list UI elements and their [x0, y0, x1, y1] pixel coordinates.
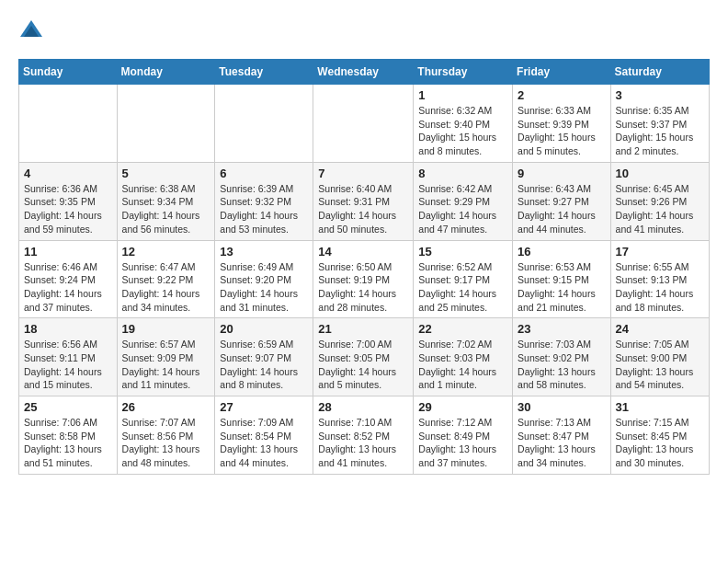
day-info: Sunrise: 6:45 AMSunset: 9:26 PMDaylight:…: [616, 182, 704, 236]
day-info: Sunrise: 7:10 AMSunset: 8:52 PMDaylight:…: [318, 416, 408, 470]
calendar-cell: 11Sunrise: 6:46 AMSunset: 9:24 PMDayligh…: [19, 240, 118, 318]
day-info: Sunrise: 7:09 AMSunset: 8:54 PMDaylight:…: [220, 416, 308, 470]
day-number: 13: [220, 245, 308, 259]
calendar-cell: 8Sunrise: 6:42 AMSunset: 9:29 PMDaylight…: [414, 162, 513, 240]
logo: [18, 18, 48, 44]
day-number: 11: [24, 245, 112, 259]
calendar-cell: 30Sunrise: 7:13 AMSunset: 8:47 PMDayligh…: [513, 396, 611, 475]
calendar-cell: 28Sunrise: 7:10 AMSunset: 8:52 PMDayligh…: [313, 396, 414, 475]
calendar-cell: 24Sunrise: 7:05 AMSunset: 9:00 PMDayligh…: [610, 318, 709, 396]
calendar-cell: 15Sunrise: 6:52 AMSunset: 9:17 PMDayligh…: [414, 240, 513, 318]
day-number: 12: [122, 245, 210, 259]
day-info: Sunrise: 6:53 AMSunset: 9:15 PMDaylight:…: [518, 260, 606, 315]
calendar-cell: [19, 85, 118, 163]
calendar-cell: 5Sunrise: 6:38 AMSunset: 9:34 PMDaylight…: [117, 162, 215, 240]
calendar-cell: [215, 85, 313, 163]
day-info: Sunrise: 6:50 AMSunset: 9:19 PMDaylight:…: [318, 260, 408, 315]
day-info: Sunrise: 7:03 AMSunset: 9:02 PMDaylight:…: [518, 338, 606, 392]
calendar-cell: 29Sunrise: 7:12 AMSunset: 8:49 PMDayligh…: [414, 396, 513, 475]
day-number: 9: [518, 167, 606, 180]
day-info: Sunrise: 6:56 AMSunset: 9:11 PMDaylight:…: [24, 338, 112, 392]
day-info: Sunrise: 7:15 AMSunset: 8:45 PMDaylight:…: [616, 416, 704, 470]
day-info: Sunrise: 6:33 AMSunset: 9:39 PMDaylight:…: [518, 104, 606, 158]
day-number: 17: [616, 245, 704, 259]
calendar-cell: 7Sunrise: 6:40 AMSunset: 9:31 PMDaylight…: [313, 162, 414, 240]
day-number: 6: [220, 167, 308, 180]
day-info: Sunrise: 6:49 AMSunset: 9:20 PMDaylight:…: [220, 260, 308, 315]
day-number: 15: [418, 245, 507, 259]
day-number: 26: [122, 400, 210, 414]
calendar-cell: 16Sunrise: 6:53 AMSunset: 9:15 PMDayligh…: [513, 240, 611, 318]
day-info: Sunrise: 6:36 AMSunset: 9:35 PMDaylight:…: [24, 182, 112, 236]
day-number: 1: [418, 88, 507, 102]
day-info: Sunrise: 6:43 AMSunset: 9:27 PMDaylight:…: [518, 182, 606, 236]
day-number: 28: [318, 400, 408, 414]
calendar-header-saturday: Saturday: [610, 60, 709, 85]
calendar-cell: 21Sunrise: 7:00 AMSunset: 9:05 PMDayligh…: [313, 318, 414, 396]
calendar-cell: 13Sunrise: 6:49 AMSunset: 9:20 PMDayligh…: [215, 240, 313, 318]
day-number: 31: [616, 400, 704, 414]
day-number: 16: [518, 245, 606, 259]
day-number: 3: [616, 88, 704, 102]
day-number: 10: [616, 167, 704, 180]
calendar-cell: 12Sunrise: 6:47 AMSunset: 9:22 PMDayligh…: [117, 240, 215, 318]
day-info: Sunrise: 6:57 AMSunset: 9:09 PMDaylight:…: [122, 338, 210, 392]
day-number: 2: [518, 88, 606, 102]
day-number: 18: [24, 322, 112, 336]
calendar-week-5: 25Sunrise: 7:06 AMSunset: 8:58 PMDayligh…: [19, 396, 710, 475]
day-number: 30: [518, 400, 606, 414]
calendar-cell: 22Sunrise: 7:02 AMSunset: 9:03 PMDayligh…: [414, 318, 513, 396]
calendar-header-monday: Monday: [117, 60, 215, 85]
calendar-cell: [117, 85, 215, 163]
calendar-week-1: 1Sunrise: 6:32 AMSunset: 9:40 PMDaylight…: [19, 85, 710, 163]
day-number: 8: [418, 167, 507, 180]
day-info: Sunrise: 6:39 AMSunset: 9:32 PMDaylight:…: [220, 182, 308, 236]
day-number: 23: [518, 322, 606, 336]
calendar-cell: 9Sunrise: 6:43 AMSunset: 9:27 PMDaylight…: [513, 162, 611, 240]
day-number: 7: [318, 167, 408, 180]
day-number: 24: [616, 322, 704, 336]
day-number: 4: [24, 167, 112, 180]
calendar-header-friday: Friday: [513, 60, 611, 85]
calendar-cell: 17Sunrise: 6:55 AMSunset: 9:13 PMDayligh…: [610, 240, 709, 318]
day-number: 14: [318, 245, 408, 259]
day-number: 22: [418, 322, 507, 336]
day-info: Sunrise: 6:52 AMSunset: 9:17 PMDaylight:…: [418, 260, 507, 315]
day-info: Sunrise: 6:59 AMSunset: 9:07 PMDaylight:…: [220, 338, 308, 392]
logo-icon: [18, 18, 44, 44]
day-number: 5: [122, 167, 210, 180]
calendar-cell: 14Sunrise: 6:50 AMSunset: 9:19 PMDayligh…: [313, 240, 414, 318]
day-info: Sunrise: 6:55 AMSunset: 9:13 PMDaylight:…: [616, 260, 704, 315]
calendar-cell: 20Sunrise: 6:59 AMSunset: 9:07 PMDayligh…: [215, 318, 313, 396]
calendar-cell: 31Sunrise: 7:15 AMSunset: 8:45 PMDayligh…: [610, 396, 709, 475]
day-info: Sunrise: 6:47 AMSunset: 9:22 PMDaylight:…: [122, 260, 210, 315]
day-info: Sunrise: 7:05 AMSunset: 9:00 PMDaylight:…: [616, 338, 704, 392]
calendar-week-4: 18Sunrise: 6:56 AMSunset: 9:11 PMDayligh…: [19, 318, 710, 396]
day-info: Sunrise: 7:12 AMSunset: 8:49 PMDaylight:…: [418, 416, 507, 470]
calendar-cell: 1Sunrise: 6:32 AMSunset: 9:40 PMDaylight…: [414, 85, 513, 163]
calendar-header-row: SundayMondayTuesdayWednesdayThursdayFrid…: [19, 60, 710, 85]
calendar-header-tuesday: Tuesday: [215, 60, 313, 85]
day-info: Sunrise: 7:13 AMSunset: 8:47 PMDaylight:…: [518, 416, 606, 470]
day-number: 21: [318, 322, 408, 336]
calendar-cell: 26Sunrise: 7:07 AMSunset: 8:56 PMDayligh…: [117, 396, 215, 475]
calendar-cell: 3Sunrise: 6:35 AMSunset: 9:37 PMDaylight…: [610, 85, 709, 163]
day-info: Sunrise: 6:38 AMSunset: 9:34 PMDaylight:…: [122, 182, 210, 236]
calendar-cell: 10Sunrise: 6:45 AMSunset: 9:26 PMDayligh…: [610, 162, 709, 240]
page-header: [18, 18, 710, 44]
day-number: 29: [418, 400, 507, 414]
day-info: Sunrise: 7:06 AMSunset: 8:58 PMDaylight:…: [24, 416, 112, 470]
calendar-header-sunday: Sunday: [19, 60, 118, 85]
calendar-header-wednesday: Wednesday: [313, 60, 414, 85]
day-info: Sunrise: 6:35 AMSunset: 9:37 PMDaylight:…: [616, 104, 704, 158]
day-info: Sunrise: 6:42 AMSunset: 9:29 PMDaylight:…: [418, 182, 507, 236]
day-info: Sunrise: 6:40 AMSunset: 9:31 PMDaylight:…: [318, 182, 408, 236]
calendar-cell: 25Sunrise: 7:06 AMSunset: 8:58 PMDayligh…: [19, 396, 118, 475]
calendar-cell: 4Sunrise: 6:36 AMSunset: 9:35 PMDaylight…: [19, 162, 118, 240]
calendar-cell: 18Sunrise: 6:56 AMSunset: 9:11 PMDayligh…: [19, 318, 118, 396]
calendar-cell: [313, 85, 414, 163]
calendar-cell: 6Sunrise: 6:39 AMSunset: 9:32 PMDaylight…: [215, 162, 313, 240]
day-number: 27: [220, 400, 308, 414]
day-number: 25: [24, 400, 112, 414]
calendar-week-3: 11Sunrise: 6:46 AMSunset: 9:24 PMDayligh…: [19, 240, 710, 318]
